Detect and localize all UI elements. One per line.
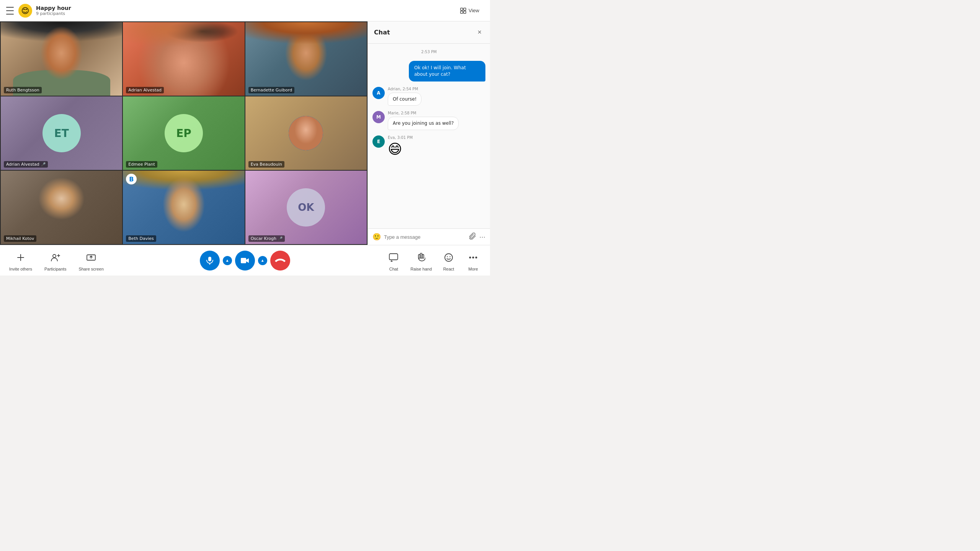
message-content-marie: Marie, 2:58 PM Are you joining us as wel… bbox=[388, 111, 459, 130]
share-screen-button[interactable]: Share screen bbox=[78, 250, 103, 271]
message-adrian: A Adrian, 2:54 PM Of course! bbox=[372, 87, 485, 106]
initials-ok: OK bbox=[287, 188, 325, 227]
svg-rect-2 bbox=[461, 11, 463, 13]
eva-photo bbox=[289, 116, 323, 150]
toolbar-center: ▲ ▲ bbox=[200, 251, 290, 271]
avatar-adrian: A bbox=[372, 87, 385, 99]
svg-rect-9 bbox=[420, 253, 422, 258]
tile-label-eva: Eva Beaudouin bbox=[248, 161, 284, 168]
attach-icon bbox=[469, 233, 476, 240]
menu-icon[interactable] bbox=[6, 7, 14, 15]
video-tile-oscar: OK Oscar Krogh 🎤 bbox=[245, 171, 367, 244]
video-tile-mikhail: Mikhail Kotov bbox=[1, 171, 122, 244]
message-eva: E Eva, 3:01 PM 😄 bbox=[372, 135, 485, 157]
raise-hand-label: Raise hand bbox=[410, 267, 432, 271]
chat-more-button[interactable]: ⋯ bbox=[479, 233, 485, 241]
participants-icon bbox=[48, 250, 63, 265]
chat-input-area: 🙂 ⋯ bbox=[368, 228, 490, 245]
view-label: View bbox=[469, 8, 479, 13]
more-label: More bbox=[468, 267, 478, 271]
svg-rect-6 bbox=[208, 257, 211, 261]
initials-ep: EP bbox=[165, 114, 203, 152]
attach-button[interactable] bbox=[469, 233, 476, 241]
more-icon bbox=[466, 250, 481, 265]
invite-others-button[interactable]: Invite others bbox=[9, 250, 32, 271]
tile-label-mikhail: Mikhail Kotov bbox=[4, 235, 36, 242]
tile-label-bernadette: Bernadette Guibord bbox=[248, 87, 295, 93]
raise-hand-button[interactable]: Raise hand bbox=[410, 250, 432, 271]
sender-time-adrian: Adrian, 2:54 PM bbox=[388, 87, 421, 91]
mic-muted-icon-et: 🎤 bbox=[41, 162, 46, 166]
message-marie: M Marie, 2:58 PM Are you joining us as w… bbox=[372, 111, 485, 130]
bottom-toolbar: Invite others Participants Share screen bbox=[0, 245, 490, 276]
tile-label-ruth: Ruth Bengtsson bbox=[4, 87, 42, 93]
svg-point-14 bbox=[449, 256, 450, 257]
chat-button[interactable]: Chat bbox=[386, 250, 401, 271]
chat-label: Chat bbox=[389, 267, 398, 271]
initials-et: ET bbox=[42, 114, 81, 152]
view-button[interactable]: View bbox=[456, 5, 484, 16]
svg-point-12 bbox=[445, 254, 452, 261]
chat-close-button[interactable]: × bbox=[475, 28, 484, 37]
participants-button[interactable]: Participants bbox=[44, 250, 66, 271]
main-area: Ruth Bengtsson Adrian Alvestad Bernadett… bbox=[0, 21, 490, 245]
chat-header: Chat × bbox=[368, 21, 490, 44]
tile-label-ep: Edmee Plant bbox=[126, 161, 157, 168]
react-icon bbox=[441, 250, 456, 265]
invite-label: Invite others bbox=[9, 267, 32, 271]
share-label: Share screen bbox=[78, 267, 103, 271]
toolbar-right: Chat Raise hand bbox=[386, 250, 481, 271]
video-tile-bernadette: Bernadette Guibord bbox=[245, 22, 367, 96]
svg-point-17 bbox=[475, 256, 477, 258]
video-button[interactable] bbox=[235, 251, 255, 271]
meeting-avatar: 😊 bbox=[18, 4, 32, 18]
react-button[interactable]: React bbox=[441, 250, 456, 271]
bubble-text-marie: Are you joining us as well? bbox=[388, 117, 459, 130]
bubble-text-1: Ok ok! I will join. What about your cat? bbox=[409, 61, 485, 82]
toolbar-left: Invite others Participants Share screen bbox=[9, 250, 104, 271]
svg-point-4 bbox=[53, 254, 56, 258]
message-timestamp-1: 2:53 PM bbox=[372, 50, 485, 54]
tile-label-adrian: Adrian Alvestad bbox=[126, 87, 164, 93]
mic-button[interactable] bbox=[200, 251, 220, 271]
header: 😊 Happy hour 9 participants View bbox=[0, 0, 490, 21]
chat-title: Chat bbox=[374, 29, 390, 36]
raise-hand-icon bbox=[413, 250, 429, 265]
video-tile-ep: EP Edmee Plant bbox=[123, 96, 244, 170]
emoji-button[interactable]: 🙂 bbox=[372, 233, 381, 241]
end-call-button[interactable] bbox=[270, 251, 290, 271]
svg-point-13 bbox=[447, 256, 448, 257]
video-grid: Ruth Bengtsson Adrian Alvestad Bernadett… bbox=[0, 21, 368, 245]
svg-point-15 bbox=[469, 256, 471, 258]
more-button[interactable]: More bbox=[466, 250, 481, 271]
share-icon bbox=[83, 250, 99, 265]
message-self-1: Ok ok! I will join. What about your cat? bbox=[372, 61, 485, 82]
bubble-text-adrian: Of course! bbox=[388, 93, 421, 106]
svg-rect-11 bbox=[422, 254, 424, 258]
mic-muted-icon-oscar: 🎤 bbox=[278, 236, 283, 241]
chat-icon bbox=[386, 250, 401, 265]
message-content-adrian: Adrian, 2:54 PM Of course! bbox=[388, 87, 421, 106]
tile-label-et: Adrian Alvestad 🎤 bbox=[4, 161, 48, 168]
mic-chevron-button[interactable]: ▲ bbox=[223, 256, 232, 265]
participant-count: 9 participants bbox=[36, 11, 456, 16]
participants-label: Participants bbox=[44, 267, 66, 271]
video-tile-adrian: Adrian Alvestad bbox=[123, 22, 244, 96]
video-tile-eva: Eva Beaudouin bbox=[245, 96, 367, 170]
video-tile-beth: B Beth Davies bbox=[123, 171, 244, 244]
view-icon bbox=[460, 8, 466, 14]
video-tile-et: ET Adrian Alvestad 🎤 bbox=[1, 96, 122, 170]
svg-rect-0 bbox=[461, 8, 463, 10]
chat-message-input[interactable] bbox=[384, 234, 466, 240]
invite-icon bbox=[13, 250, 28, 265]
svg-rect-3 bbox=[464, 11, 466, 13]
meeting-title: Happy hour bbox=[36, 5, 456, 11]
video-chevron-button[interactable]: ▲ bbox=[258, 256, 267, 265]
avatar-marie: M bbox=[372, 111, 385, 123]
meeting-info: Happy hour 9 participants bbox=[36, 5, 456, 16]
sender-time-marie: Marie, 2:58 PM bbox=[388, 111, 459, 115]
react-label: React bbox=[443, 267, 454, 271]
tile-label-oscar: Oscar Krogh 🎤 bbox=[248, 235, 285, 242]
svg-rect-8 bbox=[389, 254, 398, 260]
avatar-eva: E bbox=[372, 135, 385, 148]
